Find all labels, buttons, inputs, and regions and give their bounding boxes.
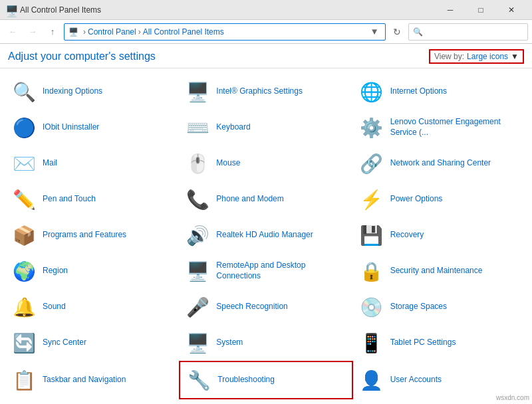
forward-button[interactable]: → xyxy=(24,23,41,41)
list-item[interactable]: 🔗Network and Sharing Center xyxy=(353,146,527,181)
list-item[interactable]: 🖱️Mouse xyxy=(179,146,352,181)
list-item[interactable]: 🛡️Windows Defender Firewall xyxy=(5,399,179,404)
path-control-panel[interactable]: Control Panel xyxy=(88,27,136,37)
list-item[interactable]: 📦Programs and Features xyxy=(5,217,179,253)
path-icon: 🖥️ xyxy=(68,27,78,37)
recovery-icon: 💾 xyxy=(358,222,385,249)
lenovo-customer-label: Lenovo Customer Engagement Service (... xyxy=(390,117,521,138)
lenovo-customer-icon: ⚙️ xyxy=(358,114,385,141)
chevron-down-icon: ▼ xyxy=(511,52,519,61)
keyboard-icon: ⌨️ xyxy=(184,114,211,141)
path-dropdown-button[interactable]: ▼ xyxy=(368,23,381,41)
pen-touch-label: Pen and Touch xyxy=(43,194,96,205)
list-item[interactable]: 🌍Region xyxy=(5,253,179,289)
list-item[interactable]: 👤User Accounts xyxy=(353,361,527,399)
security-maintenance-icon: 🔒 xyxy=(358,258,385,284)
list-item[interactable]: 🖥️RemoteApp and Desktop Connections xyxy=(179,253,352,289)
speech-recognition-icon: 🎤 xyxy=(184,294,211,320)
path-current: All Control Panel Items xyxy=(143,27,224,37)
maximize-button[interactable]: □ xyxy=(466,0,496,20)
internet-options-icon: 🌐 xyxy=(358,78,385,105)
list-item[interactable]: 🔊Realtek HD Audio Manager xyxy=(179,217,352,253)
programs-features-label: Programs and Features xyxy=(43,230,126,241)
title-bar: 🖥️ All Control Panel Items ─ □ ✕ xyxy=(0,0,532,20)
mail-label: Mail xyxy=(43,158,57,169)
user-accounts-label: User Accounts xyxy=(390,375,442,385)
intel-graphics-icon: 🖥️ xyxy=(184,78,211,105)
list-item[interactable]: 🔔Sound xyxy=(5,289,179,325)
internet-options-label: Internet Options xyxy=(390,86,447,97)
title-bar-icon: 🖥️ xyxy=(5,5,16,15)
list-item[interactable]: 📋Taskbar and Navigation xyxy=(5,361,179,399)
system-icon: 🖥️ xyxy=(184,330,211,356)
storage-spaces-label: Storage Spaces xyxy=(390,302,447,312)
list-item[interactable]: 🔒Security and Maintenance xyxy=(353,253,527,289)
title-bar-controls: ─ □ ✕ xyxy=(435,0,527,20)
list-item[interactable]: ✉️Mail xyxy=(5,146,179,181)
tablet-pc-icon: 📱 xyxy=(358,330,385,356)
realtek-audio-label: Realtek HD Audio Manager xyxy=(216,230,313,241)
items-container[interactable]: 🔍Indexing Options🖥️Intel® Graphics Setti… xyxy=(0,68,532,404)
sync-center-icon: 🔄 xyxy=(11,330,37,356)
address-path[interactable]: 🖥️ › Control Panel › All Control Panel I… xyxy=(64,23,386,41)
list-item[interactable]: 🎤Speech Recognition xyxy=(179,289,352,325)
region-label: Region xyxy=(43,266,68,276)
search-box[interactable]: 🔍 xyxy=(408,23,528,41)
sync-center-label: Sync Center xyxy=(43,338,86,348)
list-item[interactable]: 📁Work Folders xyxy=(353,399,527,404)
list-item[interactable]: 🔧Troubleshooting xyxy=(179,361,352,399)
up-button[interactable]: ↑ xyxy=(44,23,61,41)
refresh-button[interactable]: ↻ xyxy=(388,23,406,41)
list-item[interactable]: 💻Windows Mobility Center xyxy=(179,399,352,404)
tablet-pc-label: Tablet PC Settings xyxy=(390,338,456,348)
title-bar-text: All Control Panel Items xyxy=(20,5,435,15)
path-separator-1: › xyxy=(83,27,86,37)
sound-label: Sound xyxy=(43,302,66,312)
network-sharing-icon: 🔗 xyxy=(358,150,385,177)
close-button[interactable]: ✕ xyxy=(496,0,527,20)
iobit-uninstaller-icon: 🔵 xyxy=(11,114,37,141)
path-separator-2: › xyxy=(138,27,141,37)
list-item[interactable]: 💾Recovery xyxy=(353,217,527,253)
list-item[interactable]: 🌐Internet Options xyxy=(353,74,527,110)
list-item[interactable]: ⌨️Keyboard xyxy=(179,110,352,146)
list-item[interactable]: 💿Storage Spaces xyxy=(353,289,527,325)
troubleshooting-icon: 🔧 xyxy=(186,367,212,393)
list-item[interactable]: 🔍Indexing Options xyxy=(5,74,179,110)
indexing-options-icon: 🔍 xyxy=(11,78,37,105)
realtek-audio-icon: 🔊 xyxy=(184,222,211,249)
security-maintenance-label: Security and Maintenance xyxy=(390,266,483,276)
list-item[interactable]: ✏️Pen and Touch xyxy=(5,181,179,217)
list-item[interactable]: 🔄Sync Center xyxy=(5,325,179,361)
view-by-control[interactable]: View by: Large icons ▼ xyxy=(429,49,524,64)
list-item[interactable]: 📞Phone and Modem xyxy=(179,181,352,217)
list-item[interactable]: 🖥️Intel® Graphics Settings xyxy=(179,74,352,110)
power-options-label: Power Options xyxy=(390,194,443,205)
pen-touch-icon: ✏️ xyxy=(11,186,37,213)
taskbar-navigation-label: Taskbar and Navigation xyxy=(43,375,126,385)
view-by-value: Large icons xyxy=(467,52,508,61)
mouse-label: Mouse xyxy=(216,158,240,169)
programs-features-icon: 📦 xyxy=(11,222,37,249)
list-item[interactable]: ⚙️Lenovo Customer Engagement Service (..… xyxy=(353,110,527,146)
items-grid: 🔍Indexing Options🖥️Intel® Graphics Setti… xyxy=(0,74,532,404)
list-item[interactable]: 🔵IObit Uninstaller xyxy=(5,110,179,146)
list-item[interactable]: 🖥️System xyxy=(179,325,352,361)
minimize-button[interactable]: ─ xyxy=(435,0,466,20)
back-button[interactable]: ← xyxy=(4,23,21,41)
sound-icon: 🔔 xyxy=(11,294,37,320)
network-sharing-label: Network and Sharing Center xyxy=(390,158,491,169)
mail-icon: ✉️ xyxy=(11,150,37,177)
remoteapp-label: RemoteApp and Desktop Connections xyxy=(216,260,347,281)
phone-modem-label: Phone and Modem xyxy=(216,194,283,205)
list-item[interactable]: 📱Tablet PC Settings xyxy=(353,325,527,361)
iobit-uninstaller-label: IObit Uninstaller xyxy=(43,122,99,133)
taskbar-navigation-icon: 📋 xyxy=(11,367,37,393)
keyboard-label: Keyboard xyxy=(216,122,250,133)
search-placeholder: 🔍 xyxy=(413,27,423,37)
page-title: Adjust your computer's settings xyxy=(8,50,156,62)
troubleshooting-label: Troubleshooting xyxy=(217,375,275,385)
mouse-icon: 🖱️ xyxy=(184,150,211,177)
list-item[interactable]: ⚡Power Options xyxy=(353,181,527,217)
region-icon: 🌍 xyxy=(11,258,37,284)
